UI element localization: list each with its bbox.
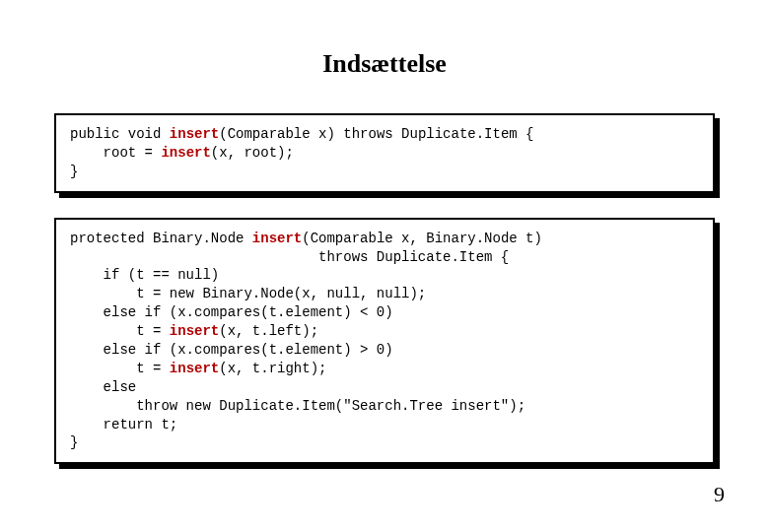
- code-text: throw new Duplicate.Item("Search.Tree in…: [70, 398, 525, 414]
- code-text: t =: [70, 361, 170, 376]
- code-keyword: insert: [252, 231, 302, 246]
- code-block-1: public void insert(Comparable x) throws …: [54, 113, 715, 193]
- code-text: (x, t.right);: [219, 361, 326, 376]
- code-keyword: insert: [170, 361, 219, 376]
- code-text: t =: [70, 323, 170, 339]
- code-keyword: insert: [161, 145, 210, 161]
- code-text: (Comparable x, Binary.Node t): [302, 231, 542, 246]
- code-text: throws Duplicate.Item {: [70, 249, 509, 265]
- code-block-1-wrap: public void insert(Comparable x) throws …: [54, 113, 715, 193]
- code-text: (Comparable x) throws Duplicate.Item {: [219, 126, 533, 142]
- slide-title: Indsættelse: [54, 49, 715, 79]
- code-text: else if (x.compares(t.element) > 0): [70, 342, 393, 358]
- code-text: return t;: [70, 417, 177, 432]
- code-block-2: protected Binary.Node insert(Comparable …: [54, 218, 715, 465]
- slide: Indsættelse public void insert(Comparabl…: [0, 0, 769, 532]
- code-text: else: [70, 379, 136, 395]
- code-keyword: insert: [170, 126, 219, 142]
- code-text: t = new Binary.Node(x, null, null);: [70, 286, 426, 301]
- code-text: }: [70, 164, 78, 179]
- code-text: (x, t.left);: [219, 323, 318, 339]
- code-text: }: [70, 434, 78, 450]
- code-block-2-wrap: protected Binary.Node insert(Comparable …: [54, 218, 715, 465]
- code-text: public void: [70, 126, 170, 142]
- code-text: else if (x.compares(t.element) < 0): [70, 304, 393, 320]
- page-number: 9: [714, 482, 725, 507]
- code-text: protected Binary.Node: [70, 231, 252, 246]
- code-text: (x, root);: [211, 145, 294, 161]
- code-text: root =: [70, 145, 161, 161]
- code-keyword: insert: [170, 323, 219, 339]
- code-text: if (t == null): [70, 267, 219, 283]
